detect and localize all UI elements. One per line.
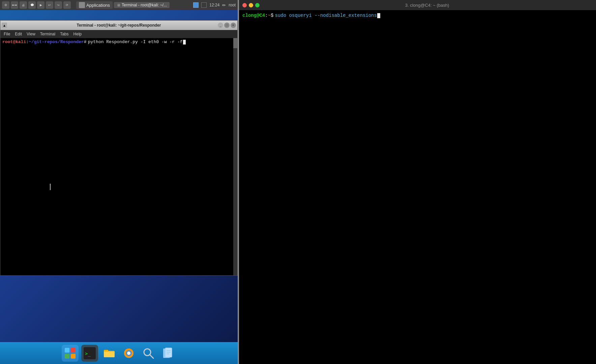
kali-toolbar-icon-2[interactable]: ⬅➡: [11, 1, 18, 9]
terminal-scrollbar-thumb[interactable]: [233, 38, 237, 48]
kali-menubar: ⚙ ⬅➡ 🖨 💬 ▶ ↩ ↪ ⟳ Applications 🖥 Terminal…: [0, 0, 238, 10]
menu-edit[interactable]: Edit: [13, 31, 24, 37]
mac-prompt-user: clong@C4: [242, 13, 265, 18]
prompt-path: ~/git-repos/Responder: [29, 39, 84, 44]
terminal-content-area[interactable]: root@kali : ~/git-repos/Responder # pyth…: [0, 38, 237, 275]
svg-rect-3: [71, 354, 76, 359]
dock-files[interactable]: [62, 345, 79, 362]
kali-status-area: 12:24 ✏ root: [193, 2, 236, 8]
prompt-command: python Responder.py -I eth0 -w -r -f: [88, 39, 183, 44]
username-display: root: [229, 3, 236, 7]
kali-toolbar-icon-8[interactable]: ⟳: [63, 1, 71, 9]
terminal-prompt-line: root@kali : ~/git-repos/Responder # pyth…: [2, 39, 235, 44]
mac-prompt-colon: :: [265, 13, 268, 18]
kali-toolbar-icon-1[interactable]: ⚙: [2, 1, 9, 9]
dock-terminal[interactable]: >_: [81, 345, 98, 362]
svg-text:>_: >_: [85, 351, 91, 357]
svg-line-10: [150, 355, 153, 358]
mac-terminal-window: 3. clong@C4: ~ (bash) clong@C4 : ~ $ sud…: [239, 0, 596, 364]
applications-label: Applications: [86, 3, 110, 8]
svg-rect-2: [65, 354, 69, 359]
terminal-scroll-up[interactable]: ▲: [2, 23, 7, 28]
dock-search[interactable]: [140, 345, 157, 362]
mac-prompt-path: ~: [268, 13, 271, 18]
menu-tabs[interactable]: Tabs: [58, 31, 70, 37]
terminal-close-btn[interactable]: ✕: [231, 23, 236, 28]
pen-icon: ✏: [222, 3, 226, 8]
mac-minimize-btn[interactable]: [249, 3, 253, 7]
menu-help[interactable]: Help: [71, 31, 84, 37]
terminal-title: Terminal - root@kali: ~/git-repos/Respon…: [77, 23, 161, 28]
kali-toolbar-icon-6[interactable]: ↩: [46, 1, 53, 9]
terminal-cursor: [183, 40, 186, 44]
prompt-colon: :: [26, 39, 29, 44]
mac-prompt-line: clong@C4 : ~ $ sudo osqueryi --nodisable…: [242, 13, 593, 18]
terminal-titlebar: ▲ Terminal - root@kali: ~/git-repos/Resp…: [0, 21, 237, 30]
dock-folder[interactable]: [101, 345, 118, 362]
kali-terminal-window: ▲ Terminal - root@kali: ~/git-repos/Resp…: [0, 20, 238, 276]
mac-prompt-command: sudo osqueryi --nodisable_extensions: [275, 13, 377, 18]
terminal-minimize-btn[interactable]: _: [218, 23, 223, 28]
kali-toolbar-icon-7[interactable]: ↪: [55, 1, 62, 9]
menu-file[interactable]: File: [2, 31, 12, 37]
kali-dock: >_: [0, 342, 238, 364]
mac-window-title: 3. clong@C4: ~ (bash): [262, 3, 593, 8]
mac-prompt-dollar: $: [271, 13, 273, 18]
window-separator: [238, 0, 239, 364]
terminal-tab-label: Terminal - root@kali: ~/...: [122, 3, 167, 7]
menu-terminal[interactable]: Terminal: [38, 31, 57, 37]
dock-browser[interactable]: [120, 345, 137, 362]
terminal-window-buttons: _ □ ✕: [218, 23, 236, 28]
prompt-hash: #: [84, 39, 87, 44]
applications-icon: [79, 2, 85, 8]
mac-close-btn[interactable]: [242, 3, 247, 7]
workspace-active[interactable]: [193, 2, 199, 8]
mac-terminal-cursor: [377, 13, 380, 18]
kali-toolbar-icon-3[interactable]: 🖨: [20, 1, 27, 9]
kali-toolbar-icon-5[interactable]: ▶: [37, 1, 44, 9]
mac-terminal-content[interactable]: clong@C4 : ~ $ sudo osqueryi --nodisable…: [239, 10, 596, 364]
terminal-scrollbar[interactable]: [233, 38, 237, 275]
terminal-menu: File Edit View Terminal Tabs Help: [0, 30, 237, 38]
mac-maximize-btn[interactable]: [255, 3, 260, 7]
mac-titlebar: 3. clong@C4: ~ (bash): [239, 0, 596, 10]
terminal-tab[interactable]: 🖥 Terminal - root@kali: ~/...: [114, 2, 170, 8]
terminal-maximize-btn[interactable]: □: [224, 23, 230, 28]
svg-point-8: [127, 352, 130, 355]
svg-rect-1: [71, 348, 76, 353]
text-cursor-indicator: |: [48, 183, 52, 191]
applications-menu[interactable]: Applications: [76, 1, 113, 9]
kali-desktop: ⚙ ⬅➡ 🖨 💬 ▶ ↩ ↪ ⟳ Applications 🖥 Terminal…: [0, 0, 238, 364]
kali-toolbar-icon-4[interactable]: 💬: [28, 1, 36, 9]
workspace-inactive[interactable]: [201, 2, 207, 8]
dock-files2[interactable]: [159, 345, 176, 362]
clock: 12:24: [209, 3, 219, 7]
svg-rect-0: [65, 348, 69, 353]
menu-view[interactable]: View: [25, 31, 37, 37]
prompt-user: root@kali: [2, 39, 26, 44]
